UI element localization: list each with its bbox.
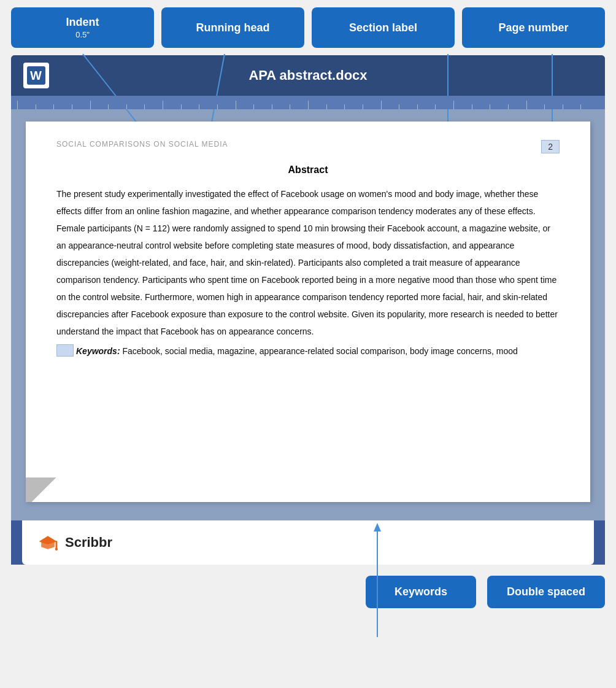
keywords-button-label: Keywords [395, 586, 447, 598]
scribbr-name: Scribbr [65, 535, 112, 551]
running-head-label: Running head [196, 21, 270, 34]
body-text: The present study experimentally investi… [56, 185, 560, 340]
section-label-label: Section label [349, 21, 417, 34]
abstract-heading: Abstract [56, 164, 560, 176]
document-page: SOCIAL COMPARISONS ON SOCIAL MEDIA 2 Abs… [26, 122, 590, 502]
page-header: SOCIAL COMPARISONS ON SOCIAL MEDIA 2 [56, 140, 560, 153]
double-spaced-button[interactable]: Double spaced [487, 576, 605, 608]
page-number-label: Page number [498, 21, 568, 34]
section-label-button[interactable]: Section label [312, 7, 455, 48]
keywords-label-text: Keywords: [76, 346, 120, 356]
running-head-text: SOCIAL COMPARISONS ON SOCIAL MEDIA [56, 140, 228, 149]
ruler [11, 96, 605, 109]
double-spaced-button-label: Double spaced [507, 586, 585, 598]
page-area: SOCIAL COMPARISONS ON SOCIAL MEDIA 2 Abs… [11, 109, 605, 520]
keywords-values-text: Facebook, social media, magazine, appear… [120, 346, 518, 356]
indent-indicator-box [56, 344, 74, 357]
scribbr-icon [37, 531, 59, 554]
abstract-heading-text: Abstract [288, 164, 328, 176]
document-wrapper: W APA abstract.docx [11, 55, 605, 565]
scribbr-area: Scribbr [22, 520, 594, 565]
doc-title-bar: W APA abstract.docx [11, 55, 605, 96]
indent-sub-label: 0.5" [75, 30, 90, 39]
indent-label: Indent [66, 16, 99, 29]
doc-title: APA abstract.docx [59, 68, 593, 83]
svg-text:W: W [30, 69, 42, 82]
running-head-button[interactable]: Running head [161, 7, 304, 48]
keywords-button[interactable]: Keywords [366, 576, 476, 608]
indent-button[interactable]: Indent 0.5" [11, 7, 154, 48]
bottom-labels-row: Keywords Double spaced [0, 565, 616, 616]
page-fold-decoration [26, 477, 63, 502]
page-number-button[interactable]: Page number [462, 7, 605, 48]
keywords-line: Keywords: Facebook, social media, magazi… [56, 342, 560, 360]
word-icon: W [23, 63, 49, 88]
top-labels-row: Indent 0.5" Running head Section label P… [0, 0, 616, 55]
scribbr-logo: Scribbr [37, 531, 112, 554]
page-number-box: 2 [541, 140, 560, 153]
svg-point-19 [55, 548, 58, 551]
keywords-italic-label: Keywords: Facebook, social media, magazi… [76, 342, 518, 360]
svg-rect-18 [56, 541, 58, 549]
